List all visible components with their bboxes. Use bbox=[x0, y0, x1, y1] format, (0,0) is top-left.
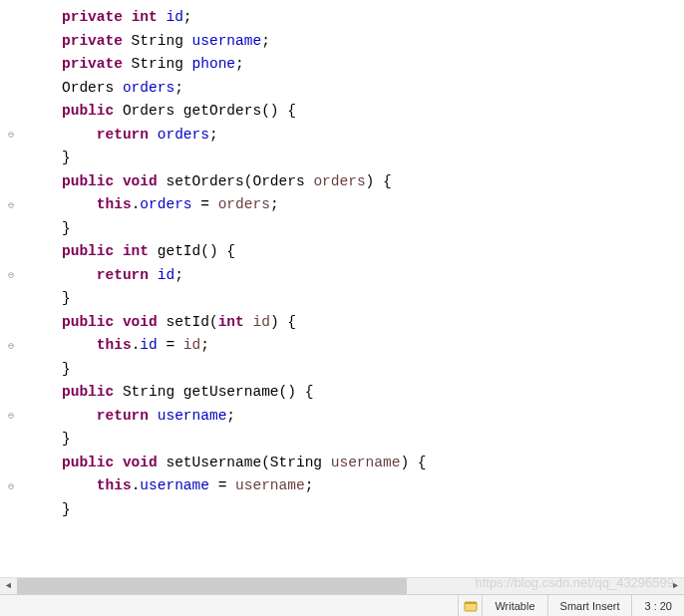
fold-marker-icon[interactable]: ⊖ bbox=[0, 264, 22, 288]
gutter-blank bbox=[0, 147, 22, 170]
gutter-blank bbox=[0, 521, 22, 545]
code-line[interactable]: } bbox=[62, 498, 684, 522]
fold-marker-icon[interactable]: ⊖ bbox=[0, 474, 22, 498]
gutter-blank bbox=[0, 53, 22, 77]
status-cursor-position: 3 : 20 bbox=[631, 595, 684, 616]
status-insert-mode: Smart Insert bbox=[547, 595, 632, 616]
gutter-blank bbox=[0, 428, 22, 452]
svg-rect-1 bbox=[465, 602, 477, 604]
code-line[interactable]: return username; bbox=[62, 405, 684, 429]
code-line[interactable]: public String getUsername() { bbox=[62, 381, 684, 405]
gutter-blank bbox=[0, 287, 22, 311]
code-editor[interactable]: ⊖⊖⊖⊖⊖⊖ private int id;private String use… bbox=[0, 0, 684, 588]
code-line[interactable]: } bbox=[62, 147, 684, 170]
scroll-left-button[interactable]: ◄ bbox=[0, 578, 17, 595]
code-line[interactable]: this.orders = orders; bbox=[62, 193, 684, 217]
gutter-blank bbox=[0, 6, 22, 30]
code-line[interactable]: public int getId() { bbox=[62, 240, 684, 264]
code-line[interactable]: private String phone; bbox=[62, 53, 684, 77]
gutter-blank bbox=[0, 240, 22, 264]
code-line[interactable]: private int id; bbox=[62, 6, 684, 30]
horizontal-scrollbar[interactable]: ◄ ► bbox=[0, 577, 684, 594]
gutter-blank bbox=[0, 100, 22, 124]
gutter-blank bbox=[0, 77, 22, 101]
gutter-blank bbox=[0, 498, 22, 522]
code-line[interactable]: return id; bbox=[62, 264, 684, 288]
gutter-blank bbox=[0, 452, 22, 475]
fold-marker-icon[interactable]: ⊖ bbox=[0, 193, 22, 217]
code-line[interactable]: } bbox=[62, 217, 684, 241]
code-line[interactable]: public void setId(int id) { bbox=[62, 311, 684, 335]
gutter-blank bbox=[0, 381, 22, 405]
code-line[interactable]: public void setUsername(String username)… bbox=[62, 452, 684, 475]
gutter: ⊖⊖⊖⊖⊖⊖ bbox=[0, 0, 22, 588]
gutter-blank bbox=[0, 170, 22, 194]
status-icon bbox=[458, 595, 482, 616]
code-line[interactable]: } bbox=[62, 287, 684, 311]
code-line[interactable]: public void setOrders(Orders orders) { bbox=[62, 170, 684, 194]
code-line[interactable]: } bbox=[62, 428, 684, 452]
code-content[interactable]: private int id;private String username;p… bbox=[22, 0, 684, 588]
fold-marker-icon[interactable]: ⊖ bbox=[0, 405, 22, 429]
fold-marker-icon[interactable]: ⊖ bbox=[0, 334, 22, 358]
gutter-blank bbox=[0, 311, 22, 335]
code-line[interactable]: private String username; bbox=[62, 30, 684, 54]
code-line[interactable]: this.id = id; bbox=[62, 334, 684, 358]
gutter-blank bbox=[0, 217, 22, 241]
gutter-blank bbox=[0, 358, 22, 382]
scroll-thumb[interactable] bbox=[17, 578, 407, 595]
code-line[interactable]: } bbox=[62, 358, 684, 382]
status-bar: Writable Smart Insert 3 : 20 bbox=[0, 594, 684, 616]
code-line[interactable]: public Orders getOrders() { bbox=[62, 100, 684, 124]
status-writable: Writable bbox=[482, 595, 546, 616]
scroll-track[interactable] bbox=[17, 578, 667, 595]
scroll-right-button[interactable]: ► bbox=[667, 578, 684, 595]
code-line[interactable]: return orders; bbox=[62, 124, 684, 148]
code-line[interactable]: this.username = username; bbox=[62, 474, 684, 498]
fold-marker-icon[interactable]: ⊖ bbox=[0, 124, 22, 148]
code-line[interactable]: Orders orders; bbox=[62, 77, 684, 101]
gutter-blank bbox=[0, 30, 22, 54]
